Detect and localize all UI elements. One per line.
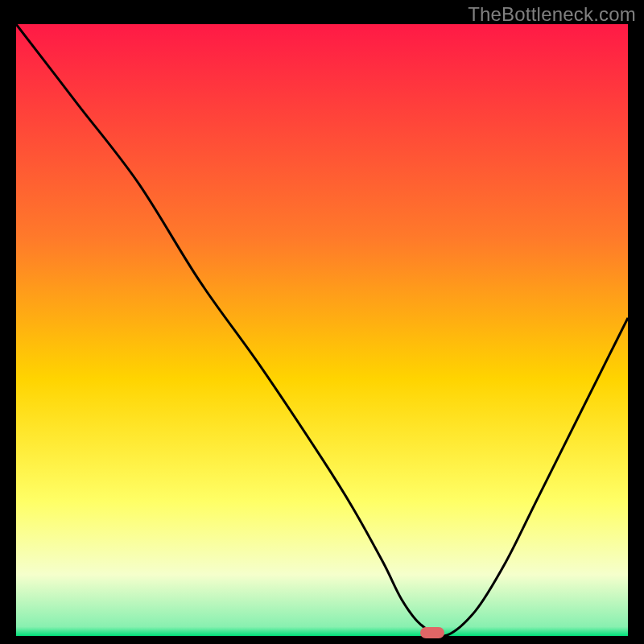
plot-svg: [16, 24, 628, 636]
gradient-background: [16, 24, 628, 636]
plot-area: [16, 24, 628, 636]
watermark-text: TheBottleneck.com: [468, 3, 636, 26]
chart-frame: TheBottleneck.com: [0, 0, 644, 644]
minimum-marker: [420, 627, 444, 638]
